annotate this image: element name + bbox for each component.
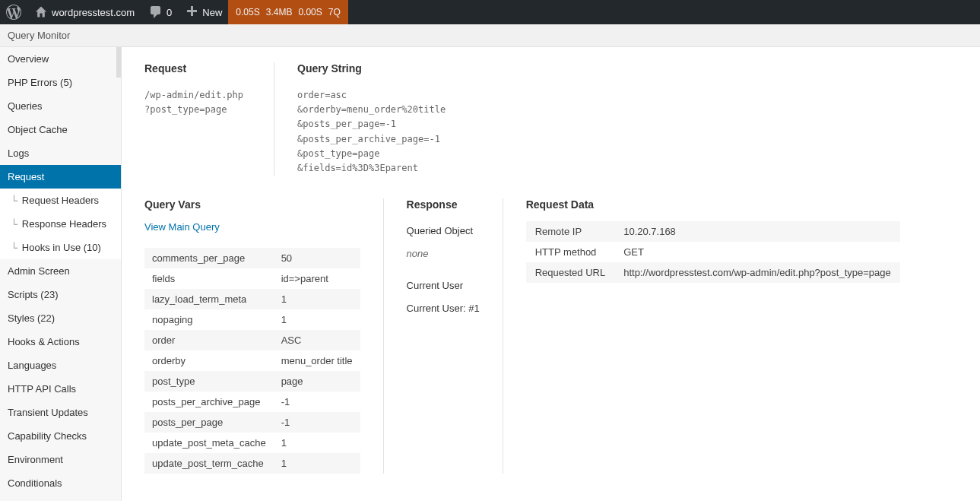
sidebar-item-overview[interactable]: Overview — [0, 47, 121, 71]
qm-sidebar: OverviewPHP Errors (5)QueriesObject Cach… — [0, 47, 122, 501]
sidebar-item-conditionals[interactable]: Conditionals — [0, 471, 121, 495]
comments-count: 0 — [167, 7, 172, 18]
qm-content: Request /wp-admin/edit.php ?post_type=pa… — [122, 47, 980, 501]
sidebar-scroll-handle[interactable] — [116, 47, 121, 78]
qv-key: posts_per_archive_page — [144, 392, 274, 412]
qv-val: menu_order title — [274, 350, 360, 371]
requestdata-block: Request Data Remote IP10.20.7.168HTTP me… — [526, 198, 900, 474]
queried-object-label: Queried Object — [407, 221, 480, 241]
querystring-value: order=asc &orderby=menu_order%20title &p… — [297, 88, 446, 176]
sidebar-item-admin-screen[interactable]: Admin Screen — [0, 259, 121, 283]
table-row: Remote IP10.20.7.168 — [526, 221, 900, 242]
new-content[interactable]: New — [178, 0, 228, 24]
table-row: comments_per_page50 — [144, 248, 360, 268]
querystring-block: Query String order=asc &orderby=menu_ord… — [297, 62, 476, 176]
rd-val: 10.20.7.168 — [614, 221, 900, 242]
qv-val: 50 — [274, 248, 360, 268]
new-label: New — [202, 7, 222, 18]
qm-badge[interactable]: 0.05S 3.4MB 0.00S 7Q — [228, 0, 347, 24]
qv-key: lazy_load_term_meta — [144, 289, 274, 309]
sidebar-item-logs[interactable]: Logs — [0, 141, 121, 165]
table-row: update_post_term_cache1 — [144, 453, 360, 474]
requestdata-heading: Request Data — [526, 198, 900, 211]
table-row: lazy_load_term_meta1 — [144, 289, 360, 309]
comment-icon — [148, 5, 163, 20]
separator — [383, 198, 384, 474]
qv-key: orderby — [144, 350, 274, 371]
qm-mem: 3.4MB — [266, 7, 293, 17]
qv-key: order — [144, 330, 274, 350]
home-icon — [35, 6, 47, 18]
qv-key: comments_per_page — [144, 248, 274, 268]
wp-logo[interactable] — [0, 0, 27, 24]
sidebar-item-http-api-calls[interactable]: HTTP API Calls — [0, 377, 121, 401]
table-row: orderbymenu_order title — [144, 350, 360, 371]
rd-val: http://wordpresstest.com/wp-admin/edit.p… — [614, 262, 900, 283]
view-main-query-link[interactable]: View Main Query — [144, 221, 220, 233]
table-row: post_typepage — [144, 371, 360, 392]
sidebar-item-hooks-actions[interactable]: Hooks & Actions — [0, 330, 121, 354]
sidebar-item-styles-22-[interactable]: Styles (22) — [0, 306, 121, 330]
table-row: HTTP methodGET — [526, 242, 900, 262]
qm-panel-title: Query Monitor — [8, 30, 70, 41]
sidebar-item-scripts-23-[interactable]: Scripts (23) — [0, 283, 121, 306]
comments-link[interactable]: 0 — [142, 0, 178, 24]
sidebar-item-request[interactable]: Request — [0, 165, 121, 189]
table-row: posts_per_archive_page-1 — [144, 392, 360, 412]
rd-val: GET — [614, 242, 900, 262]
sidebar-item-object-cache[interactable]: Object Cache — [0, 118, 121, 141]
qm-queries: 7Q — [328, 7, 341, 17]
plus-icon — [184, 5, 199, 20]
qm-time1: 0.05S — [236, 7, 259, 17]
table-row: orderASC — [144, 330, 360, 350]
qv-val: 1 — [274, 453, 360, 474]
separator — [503, 198, 503, 474]
qv-key: update_post_meta_cache — [144, 433, 274, 453]
site-name-text: wordpresstest.com — [52, 7, 135, 18]
sidebar-item-response-headers[interactable]: Response Headers — [0, 212, 121, 236]
qm-panel-header: Query Monitor — [0, 24, 980, 47]
sidebar-item-environment[interactable]: Environment — [0, 448, 121, 471]
request-heading: Request — [144, 62, 243, 75]
table-row: Requested URLhttp://wordpresstest.com/wp… — [526, 262, 900, 283]
qv-key: nopaging — [144, 309, 274, 330]
qv-val: 1 — [274, 309, 360, 330]
table-row: update_post_meta_cache1 — [144, 433, 360, 453]
site-name[interactable]: wordpresstest.com — [27, 0, 142, 24]
request-block: Request /wp-admin/edit.php ?post_type=pa… — [144, 62, 274, 176]
queryvars-heading: Query Vars — [144, 198, 360, 211]
table-row: fieldsid=>parent — [144, 268, 360, 289]
sidebar-item-queries[interactable]: Queries — [0, 94, 121, 118]
response-heading: Response — [407, 198, 480, 211]
qv-key: posts_per_page — [144, 412, 274, 433]
sidebar-item-hooks-in-use-10-[interactable]: Hooks in Use (10) — [0, 236, 121, 259]
querystring-heading: Query String — [297, 62, 446, 75]
wordpress-icon — [6, 5, 21, 20]
qv-val: 1 — [274, 289, 360, 309]
qv-key: post_type — [144, 371, 274, 392]
rd-key: Remote IP — [526, 221, 615, 242]
table-row: nopaging1 — [144, 309, 360, 330]
queried-object-value: none — [407, 244, 480, 264]
qv-val: 1 — [274, 433, 360, 453]
rd-key: HTTP method — [526, 242, 615, 262]
qv-key: fields — [144, 268, 274, 289]
table-row: posts_per_page-1 — [144, 412, 360, 433]
current-user-label: Current User — [407, 276, 480, 296]
qv-val: id=>parent — [274, 268, 360, 289]
wp-admin-bar: wordpresstest.com 0 New 0.05S 3.4MB 0.00… — [0, 0, 980, 24]
response-block: Response Queried Object none Current Use… — [407, 198, 480, 474]
qv-val: -1 — [274, 412, 360, 433]
sidebar-item-capability-checks[interactable]: Capability Checks — [0, 424, 121, 448]
queryvars-block: Query Vars View Main Query comments_per_… — [144, 198, 360, 474]
qv-val: page — [274, 371, 360, 392]
current-user-value: Current User: #1 — [407, 299, 480, 319]
sidebar-item-languages[interactable]: Languages — [0, 354, 121, 377]
sidebar-item-request-headers[interactable]: Request Headers — [0, 189, 121, 212]
sidebar-item-php-errors-5-[interactable]: PHP Errors (5) — [0, 71, 121, 94]
request-value: /wp-admin/edit.php ?post_type=page — [144, 88, 243, 117]
qv-val: -1 — [274, 392, 360, 412]
qv-val: ASC — [274, 330, 360, 350]
requestdata-table: Remote IP10.20.7.168HTTP methodGETReques… — [526, 221, 900, 283]
sidebar-item-transient-updates[interactable]: Transient Updates — [0, 401, 121, 424]
